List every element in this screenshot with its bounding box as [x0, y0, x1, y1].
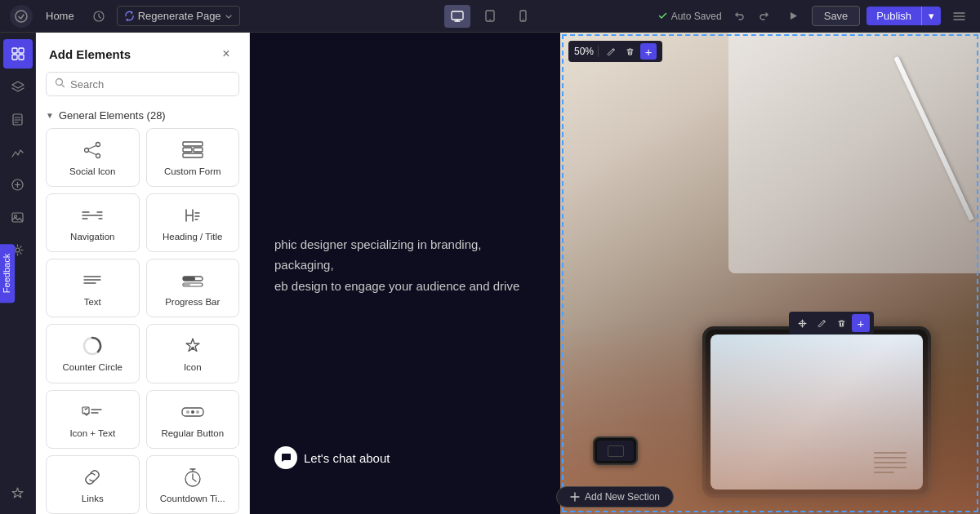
- hand-shape: [560, 321, 980, 514]
- preview-button[interactable]: [782, 5, 805, 28]
- save-button[interactable]: Save: [812, 6, 861, 26]
- svg-point-33: [191, 410, 194, 414]
- chat-bubble: Let's chat about: [274, 446, 390, 469]
- svg-rect-10: [12, 55, 17, 60]
- inner-toolbar: +: [789, 312, 874, 335]
- mobile-view-button[interactable]: [510, 5, 536, 28]
- svg-rect-26: [183, 277, 195, 281]
- canvas-area[interactable]: phic designer specializing in branding, …: [250, 33, 980, 514]
- move-button[interactable]: [793, 314, 811, 332]
- element-icon-text[interactable]: Icon + Text: [46, 390, 140, 449]
- undo-redo-group: [728, 5, 776, 28]
- search-bar: [46, 72, 239, 96]
- panel-close-button[interactable]: ×: [216, 44, 236, 64]
- icon-element-icon: [183, 335, 203, 357]
- svg-point-17: [56, 79, 63, 86]
- topbar-right: Auto Saved Save Publish ▾: [657, 5, 970, 28]
- countdown-label: Countdown Ti...: [160, 494, 225, 503]
- navigation-icon: [82, 204, 103, 227]
- add-section-label: Add New Section: [585, 491, 660, 503]
- category-label: General Elements (28): [59, 109, 166, 122]
- element-heading-title[interactable]: Heading / Title: [146, 193, 240, 252]
- svg-point-19: [85, 148, 89, 153]
- topbar: Home Regenerate Page Auto Saved: [0, 0, 980, 33]
- category-arrow-icon: ▼: [46, 111, 54, 120]
- undo-button[interactable]: [728, 5, 751, 28]
- progress-bar-label: Progress Bar: [165, 297, 220, 307]
- search-input[interactable]: [70, 78, 230, 91]
- svg-point-16: [16, 248, 20, 252]
- chat-icon: [274, 446, 297, 469]
- element-text[interactable]: Text: [46, 259, 140, 317]
- main-layout: Feedback Add Elements × ▼ General Elemen…: [0, 33, 980, 514]
- edit-inner-button[interactable]: [813, 314, 831, 332]
- element-counter-circle[interactable]: Counter Circle: [46, 324, 140, 383]
- svg-rect-9: [19, 48, 24, 53]
- desktop-view-button[interactable]: [444, 5, 470, 28]
- publish-button[interactable]: Publish ▾: [866, 7, 941, 25]
- element-countdown[interactable]: Countdown Ti...: [146, 455, 240, 514]
- custom-form-label: Custom Form: [164, 166, 221, 176]
- redo-button[interactable]: [753, 5, 776, 28]
- heading-title-icon: [184, 204, 202, 227]
- progress-bar-icon: [182, 269, 203, 292]
- svg-rect-23: [194, 148, 203, 152]
- sidebar-item-layers[interactable]: [3, 72, 33, 101]
- add-inner-button[interactable]: +: [852, 314, 870, 332]
- publish-dropdown-arrow[interactable]: ▾: [921, 7, 941, 25]
- element-icon[interactable]: Icon: [146, 324, 240, 383]
- svg-point-0: [16, 11, 27, 22]
- svg-point-4: [489, 19, 491, 20]
- panel-title: Add Elements: [49, 47, 131, 61]
- icon-sidebar: Feedback: [0, 33, 36, 514]
- svg-point-34: [196, 410, 199, 414]
- image-placeholder: [560, 33, 980, 514]
- home-button[interactable]: Home: [39, 7, 81, 25]
- countdown-icon: [184, 466, 202, 489]
- svg-rect-11: [19, 55, 24, 60]
- svg-point-6: [522, 19, 523, 20]
- logo[interactable]: [10, 5, 33, 28]
- element-links[interactable]: Links: [46, 455, 140, 514]
- text-icon: [82, 269, 102, 292]
- add-section-button[interactable]: Add New Section: [556, 486, 674, 507]
- sidebar-item-magic[interactable]: [3, 478, 33, 507]
- feedback-tab[interactable]: Feedback: [0, 244, 15, 303]
- icon-text-label: Icon + Text: [69, 428, 115, 438]
- sidebar-item-components[interactable]: [3, 170, 33, 199]
- regular-button-icon: [181, 401, 204, 423]
- sidebar-item-add[interactable]: [3, 39, 33, 69]
- image-section[interactable]: 50% +: [560, 33, 980, 514]
- menu-button[interactable]: [947, 5, 970, 28]
- text-label: Text: [84, 297, 101, 307]
- svg-rect-31: [82, 407, 89, 414]
- category-header[interactable]: ▼ General Elements (28): [36, 104, 249, 128]
- heading-title-label: Heading / Title: [163, 232, 223, 241]
- svg-rect-21: [183, 142, 203, 146]
- sidebar-item-analytics[interactable]: [3, 137, 33, 166]
- elements-panel: Add Elements × ▼ General Elements (28) S…: [36, 33, 250, 514]
- icon-text-icon: [82, 401, 103, 423]
- svg-rect-24: [183, 153, 203, 157]
- sidebar-item-media[interactable]: [3, 202, 33, 232]
- svg-point-20: [96, 154, 100, 158]
- element-regular-button[interactable]: Regular Button: [146, 390, 240, 449]
- element-custom-form[interactable]: Custom Form: [146, 128, 240, 187]
- counter-circle-icon: [82, 335, 102, 357]
- publish-label: Publish: [866, 7, 921, 25]
- regular-button-label: Regular Button: [161, 428, 224, 438]
- panel-header: Add Elements ×: [36, 33, 249, 72]
- svg-rect-28: [183, 283, 190, 286]
- sidebar-item-pages[interactable]: [3, 104, 33, 134]
- dark-section: phic designer specializing in branding, …: [250, 33, 560, 514]
- element-social-icon[interactable]: Social Icon: [46, 128, 140, 187]
- auto-saved-status: Auto Saved: [657, 11, 722, 22]
- links-label: Links: [82, 494, 104, 503]
- tablet-view-button[interactable]: [477, 5, 503, 28]
- view-mode-switcher: [444, 5, 536, 28]
- delete-inner-button[interactable]: [832, 314, 850, 332]
- regenerate-button[interactable]: Regenerate Page: [117, 6, 240, 26]
- element-progress-bar[interactable]: Progress Bar: [146, 259, 240, 317]
- element-navigation[interactable]: Navigation: [46, 193, 140, 252]
- history-button[interactable]: [87, 5, 110, 28]
